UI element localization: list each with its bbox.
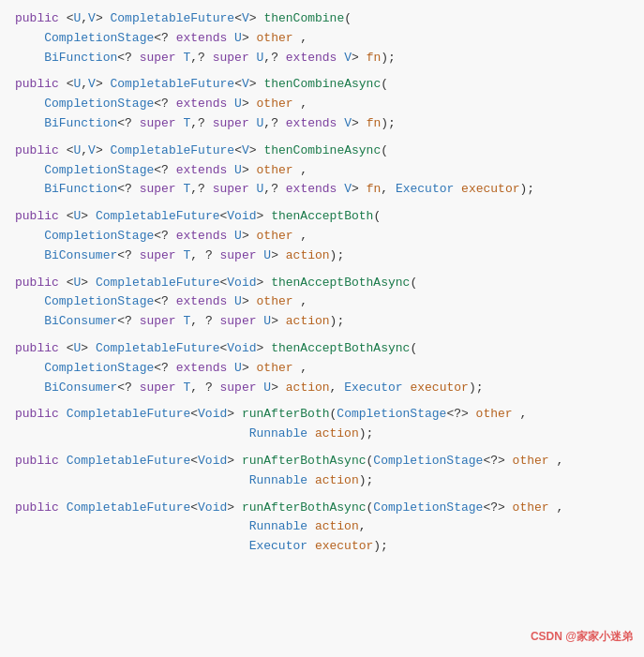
line: public <U> CompletableFuture<Void> thenA… bbox=[15, 339, 629, 359]
line: BiFunction<? super T,? super U,? extends… bbox=[15, 114, 629, 134]
line: Executor executor); bbox=[15, 537, 629, 557]
code-block-7: public CompletableFuture<Void> runAfterB… bbox=[15, 405, 629, 444]
code-block-3: public <U,V> CompletableFuture<V> thenCo… bbox=[15, 142, 629, 200]
line: public CompletableFuture<Void> runAfterB… bbox=[15, 499, 629, 518]
line: CompletionStage<? extends U> other , bbox=[15, 359, 629, 379]
line: public <U,V> CompletableFuture<V> thenCo… bbox=[15, 9, 629, 29]
line: CompletionStage<? extends U> other , bbox=[15, 95, 629, 114]
line: public <U> CompletableFuture<Void> thenA… bbox=[15, 274, 629, 293]
line: CompletionStage<? extends U> other , bbox=[15, 161, 629, 181]
line: Runnable action); bbox=[15, 471, 629, 491]
code-block-8: public CompletableFuture<Void> runAfterB… bbox=[15, 452, 629, 491]
code-block-2: public <U,V> CompletableFuture<V> thenCo… bbox=[15, 75, 629, 133]
line: CompletionStage<? extends U> other , bbox=[15, 292, 629, 312]
code-container: public <U,V> CompletableFuture<V> thenCo… bbox=[0, 0, 644, 657]
line: public CompletableFuture<Void> runAfterB… bbox=[15, 452, 629, 471]
line: BiFunction<? super T,? super U,? extends… bbox=[15, 180, 629, 200]
line: BiConsumer<? super T, ? super U> action,… bbox=[15, 379, 629, 398]
watermark: CSDN @家家小迷弟 bbox=[531, 628, 633, 646]
line: BiConsumer<? super T, ? super U> action)… bbox=[15, 312, 629, 332]
line: Runnable action); bbox=[15, 425, 629, 444]
line: public CompletableFuture<Void> runAfterB… bbox=[15, 405, 629, 425]
line: Runnable action, bbox=[15, 517, 629, 537]
line: CompletionStage<? extends U> other , bbox=[15, 29, 629, 49]
line: public <U> CompletableFuture<Void> thenA… bbox=[15, 207, 629, 227]
line: BiConsumer<? super T, ? super U> action)… bbox=[15, 246, 629, 266]
code-block-4: public <U> CompletableFuture<Void> thenA… bbox=[15, 207, 629, 265]
code-block-9: public CompletableFuture<Void> runAfterB… bbox=[15, 499, 629, 557]
line: BiFunction<? super T,? super U,? extends… bbox=[15, 49, 629, 68]
watermark-logo: CSDN @家家小迷弟 bbox=[531, 630, 633, 643]
code-block-1: public <U,V> CompletableFuture<V> thenCo… bbox=[15, 9, 629, 67]
line: public <U,V> CompletableFuture<V> thenCo… bbox=[15, 142, 629, 161]
line: CompletionStage<? extends U> other , bbox=[15, 227, 629, 246]
code-block-6: public <U> CompletableFuture<Void> thenA… bbox=[15, 339, 629, 397]
code-block-5: public <U> CompletableFuture<Void> thenA… bbox=[15, 274, 629, 332]
line: public <U,V> CompletableFuture<V> thenCo… bbox=[15, 75, 629, 95]
